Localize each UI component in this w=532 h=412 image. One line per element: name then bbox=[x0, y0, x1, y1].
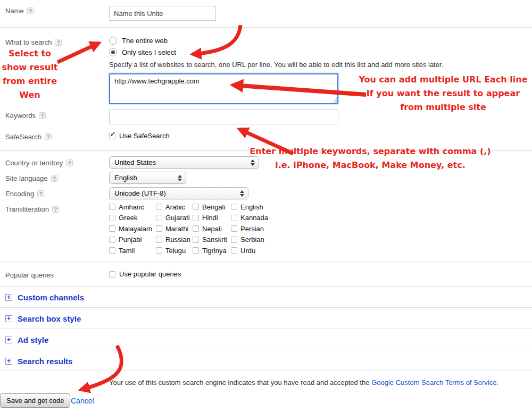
safesearch-option-label: Use SafeSearch bbox=[119, 132, 170, 140]
transliteration-option[interactable]: Serbian bbox=[231, 234, 280, 246]
transliteration-option[interactable]: Russian bbox=[156, 234, 193, 246]
transliteration-label-text: Transliteration bbox=[5, 205, 49, 213]
sites-textarea[interactable]: http://www.techgrapple.com bbox=[110, 74, 337, 103]
expand-plus-icon[interactable]: + bbox=[5, 337, 12, 343]
help-icon[interactable]: ? bbox=[39, 112, 46, 119]
checkbox-icon[interactable] bbox=[156, 215, 162, 221]
transliteration-option[interactable]: Marathi bbox=[156, 223, 193, 234]
encoding-select[interactable]: Unicode (UTF-8) bbox=[109, 187, 248, 199]
section-title: Search box style bbox=[18, 314, 81, 323]
help-icon[interactable]: ? bbox=[37, 190, 44, 197]
sites-instructions: Specify a list of websites to search, on… bbox=[109, 61, 443, 69]
checkbox-icon[interactable] bbox=[231, 237, 237, 243]
expand-plus-icon[interactable]: + bbox=[5, 294, 12, 301]
checkbox-icon[interactable] bbox=[231, 204, 237, 210]
annotation-line: show result bbox=[0, 61, 60, 74]
keywords-label-text: Keywords bbox=[5, 112, 36, 120]
checkbox-icon[interactable] bbox=[109, 237, 115, 243]
divider bbox=[0, 262, 532, 262]
checkbox-icon[interactable] bbox=[109, 204, 115, 210]
transliteration-option[interactable]: Gujarati bbox=[156, 213, 193, 224]
radio-only-sites[interactable]: Only sites I select bbox=[109, 48, 176, 56]
transliteration-label: Transliteration ? bbox=[5, 205, 59, 213]
transliteration-option[interactable]: Urdu bbox=[231, 245, 280, 256]
transliteration-option[interactable]: English bbox=[231, 201, 280, 213]
checkbox-icon[interactable] bbox=[231, 247, 237, 254]
expand-plus-icon[interactable]: + bbox=[5, 358, 12, 365]
checkbox-icon[interactable] bbox=[231, 215, 237, 221]
transliteration-option[interactable]: Sanskrit bbox=[193, 234, 231, 246]
help-icon[interactable]: ? bbox=[66, 159, 73, 166]
custom-search-engine-setup-form: Name ? What to search ? The entire web O… bbox=[0, 0, 532, 412]
site-language-select[interactable]: English bbox=[109, 172, 186, 184]
popular-queries-option-label: Use popular queries bbox=[119, 270, 181, 278]
transliteration-option[interactable]: Greek bbox=[109, 213, 156, 224]
checkbox-icon[interactable] bbox=[193, 215, 199, 221]
expand-plus-icon[interactable]: + bbox=[5, 315, 12, 322]
transliteration-option[interactable]: Bengali bbox=[193, 201, 231, 213]
radio-button-icon[interactable] bbox=[109, 37, 117, 45]
help-icon[interactable]: ? bbox=[52, 206, 59, 213]
help-icon[interactable]: ? bbox=[27, 7, 34, 14]
checkbox-icon[interactable] bbox=[156, 237, 162, 243]
help-icon[interactable]: ? bbox=[51, 175, 58, 182]
what-to-search-label-text: What to search bbox=[5, 38, 52, 46]
keywords-input[interactable] bbox=[109, 110, 338, 124]
checkbox-icon[interactable] bbox=[193, 237, 199, 243]
transliteration-option[interactable]: Malayalam bbox=[109, 223, 156, 234]
name-label-text: Name bbox=[5, 7, 24, 15]
transliteration-option[interactable]: Telugu bbox=[156, 245, 193, 256]
radio-only-sites-label: Only sites I select bbox=[122, 48, 176, 56]
radio-entire-web[interactable]: The entire web bbox=[109, 37, 168, 45]
section-custom-channels[interactable]: + Custom channels bbox=[5, 293, 84, 302]
divider bbox=[0, 286, 532, 287]
keywords-label: Keywords ? bbox=[5, 112, 46, 120]
checkbox-icon[interactable] bbox=[193, 225, 199, 232]
transliteration-option[interactable]: Tamil bbox=[109, 245, 156, 256]
help-icon[interactable]: ? bbox=[45, 133, 52, 140]
help-icon[interactable]: ? bbox=[55, 39, 62, 46]
annotation-multiple-url-note: You can add multiple URL Each line If yo… bbox=[354, 73, 532, 114]
divider bbox=[0, 307, 532, 308]
terms-of-service-link[interactable]: Google Custom Search Terms of Service. bbox=[371, 379, 498, 386]
checkbox-icon[interactable] bbox=[193, 204, 199, 210]
radio-button-selected-icon[interactable] bbox=[109, 48, 117, 56]
checkbox-icon[interactable] bbox=[156, 204, 162, 210]
select-arrows-icon bbox=[240, 190, 244, 197]
transliteration-option[interactable]: Persian bbox=[231, 223, 280, 234]
checkbox-icon[interactable] bbox=[109, 271, 115, 278]
transliteration-option[interactable]: Tigrinya bbox=[193, 245, 231, 256]
transliteration-option[interactable]: Punjabi bbox=[109, 234, 156, 246]
checkbox-icon[interactable] bbox=[156, 225, 162, 232]
sites-textarea-wrapper: http://www.techgrapple.com bbox=[109, 73, 338, 104]
annotation-line: i.e. iPhone, MacBook, Make Money, etc. bbox=[240, 158, 500, 172]
section-search-box-style[interactable]: + Search box style bbox=[5, 314, 81, 323]
section-ad-style[interactable]: + Ad style bbox=[5, 335, 48, 344]
checkbox-checked-icon[interactable]: ✓ bbox=[109, 133, 115, 139]
section-title: Ad style bbox=[18, 335, 48, 344]
section-search-results[interactable]: + Search results bbox=[5, 357, 72, 366]
popular-queries-checkbox-row[interactable]: Use popular queries bbox=[109, 270, 181, 278]
section-title: Search results bbox=[18, 357, 72, 366]
checkbox-icon[interactable] bbox=[231, 225, 237, 232]
annotation-entire-web-note: Select to show result from entire Wen bbox=[0, 47, 60, 102]
transliteration-option[interactable]: Amharic bbox=[109, 201, 156, 213]
checkmark-icon: ✓ bbox=[110, 130, 117, 138]
save-and-get-code-button[interactable]: Save and get code bbox=[0, 393, 70, 408]
safesearch-label-text: SafeSearch bbox=[5, 133, 41, 141]
checkbox-icon[interactable] bbox=[109, 247, 115, 254]
annotation-line: from entire bbox=[0, 74, 60, 88]
checkbox-icon[interactable] bbox=[193, 247, 199, 254]
checkbox-icon[interactable] bbox=[109, 225, 115, 232]
cancel-link[interactable]: Cancel bbox=[71, 397, 94, 405]
safesearch-checkbox-row[interactable]: ✓ Use SafeSearch bbox=[109, 132, 170, 140]
transliteration-option[interactable]: Nepali bbox=[193, 223, 231, 234]
transliteration-option[interactable]: Hindi bbox=[193, 213, 231, 224]
transliteration-option[interactable]: Arabic bbox=[156, 201, 193, 213]
name-input[interactable] bbox=[109, 6, 216, 21]
country-select[interactable]: United States bbox=[109, 156, 259, 169]
checkbox-icon[interactable] bbox=[109, 215, 115, 221]
transliteration-option[interactable]: Kannada bbox=[231, 213, 280, 224]
checkbox-icon[interactable] bbox=[156, 247, 162, 254]
annotation-line: Enter multiple keywords, separate with c… bbox=[240, 145, 500, 158]
